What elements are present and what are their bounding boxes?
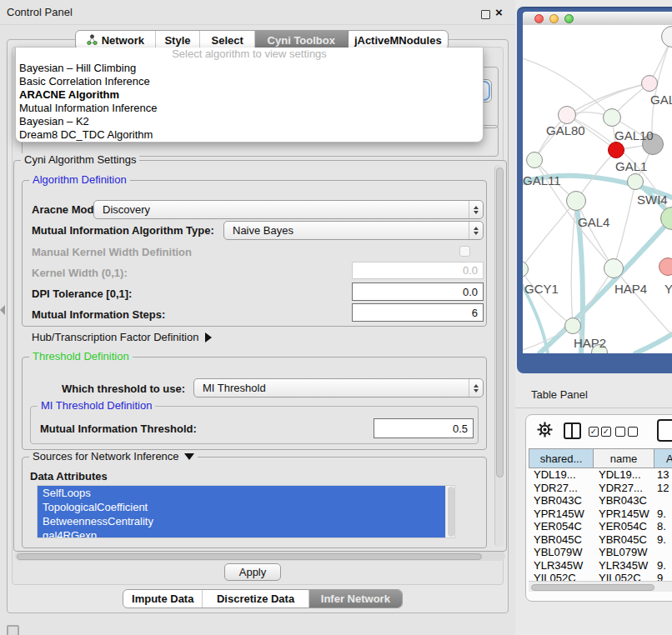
table-hscrollbar-thumb[interactable] <box>531 584 654 591</box>
zoom-traffic-light-icon[interactable] <box>564 14 574 23</box>
attribute-item-selected[interactable]: TopologicalCoefficient <box>38 500 447 514</box>
dropdown-item-selected[interactable]: ARACNE Algorithm <box>16 88 483 102</box>
table-cell[interactable]: YBR045C <box>599 533 647 546</box>
deselect-all-icon[interactable] <box>615 427 625 437</box>
hub-definition-toggle[interactable]: Hub/Transcription Factor Definition <box>32 331 212 343</box>
dropdown-item[interactable]: Dream8 DC_TDC Algorithm <box>16 128 483 142</box>
settings-scrollbar-thumb[interactable] <box>496 168 504 478</box>
table-cell[interactable]: YBR045C <box>534 533 582 546</box>
select-all-check-icon[interactable]: ✓ <box>589 427 599 437</box>
attribute-item-selected[interactable]: SelfLoops <box>38 486 447 500</box>
dpi-tolerance-input[interactable]: 0.0 <box>352 282 484 301</box>
column-header-clipped[interactable]: A <box>654 449 672 468</box>
table-cell[interactable]: YPR145W <box>534 508 584 520</box>
tab-cyni-toolbox[interactable]: Cyni Toolbox <box>255 31 349 49</box>
tab-style[interactable]: Style <box>156 31 201 49</box>
splitpane-collapse-icon[interactable] <box>0 305 5 315</box>
table-row[interactable]: YBR045CYBR045C9. <box>529 533 672 547</box>
mi-steps-input[interactable]: 6 <box>352 303 484 322</box>
hub-definition-label: Hub/Transcription Factor Definition <box>32 331 198 343</box>
network-node-swi4[interactable] <box>627 173 644 190</box>
which-threshold-select[interactable]: MI Threshold <box>193 378 484 398</box>
network-node-gal10[interactable] <box>603 108 621 127</box>
settings-hscrollbar-thumb[interactable] <box>17 553 482 560</box>
network-window-titlebar[interactable] <box>523 12 672 25</box>
table-hscrollbar[interactable] <box>529 581 672 592</box>
attribute-item-selected[interactable]: BetweennessCentrality <box>38 514 447 528</box>
minimize-traffic-light-icon[interactable] <box>549 14 559 23</box>
network-node-gal[interactable] <box>641 75 658 92</box>
data-attributes-list[interactable]: SelfLoops TopologicalCoefficient Between… <box>37 485 455 538</box>
table-cell[interactable]: YER054C <box>534 520 582 532</box>
tab-infer-network[interactable]: Infer Network <box>309 590 402 608</box>
table-cell[interactable]: 9. <box>657 533 666 546</box>
column-header-name[interactable]: name <box>594 449 654 468</box>
table-row[interactable]: YDR27...YDR27...12 <box>529 482 672 495</box>
table-row[interactable]: YER054CYER054C8. <box>529 520 672 533</box>
table-cell[interactable]: YIL052C <box>534 572 576 581</box>
table-row[interactable]: YIL052CYIL052C9 <box>529 572 672 581</box>
table-cell[interactable]: 13 <box>657 468 669 481</box>
dropdown-item[interactable]: Bayesian – K2 <box>16 115 483 128</box>
attribute-list-scrollbar-thumb[interactable] <box>448 487 454 537</box>
dropdown-item[interactable]: Basic Correlation Inference <box>16 75 483 88</box>
table-cell[interactable]: YPR145W <box>599 508 649 520</box>
table-row[interactable]: YLR345WYLR345W9. <box>529 559 672 572</box>
table-row[interactable]: YBR043CYBR043C <box>529 494 672 508</box>
table-cell[interactable]: 9. <box>657 559 666 572</box>
aracne-mode-select[interactable]: Discovery <box>93 200 484 219</box>
table-cell[interactable]: YIL052C <box>599 572 641 581</box>
table-cell[interactable]: YBL079W <box>534 546 583 558</box>
table-cell[interactable]: 9 <box>657 572 663 581</box>
settings-hscrollbar[interactable] <box>15 552 505 561</box>
table-function-icon[interactable] <box>657 419 672 442</box>
table-cell[interactable]: 12 <box>657 482 669 494</box>
table-cell[interactable]: YER054C <box>599 520 647 532</box>
sources-group-title[interactable]: Sources for Network Inference <box>29 450 198 462</box>
table-cell[interactable]: YDL19... <box>534 468 576 481</box>
attribute-item-selected[interactable]: gal4RGexp <box>38 528 447 538</box>
tab-select[interactable]: Select <box>200 31 255 49</box>
table-cell[interactable]: YDR27... <box>599 482 643 494</box>
table-cell[interactable]: YLR345W <box>599 559 648 572</box>
float-window-icon[interactable] <box>481 10 490 19</box>
table-cell[interactable]: YBR043C <box>534 494 582 507</box>
tab-network[interactable]: Network <box>76 31 156 49</box>
network-node-gal80[interactable] <box>558 106 576 124</box>
collapsed-panel-icon[interactable] <box>7 625 19 635</box>
mi-type-select[interactable]: Naive Bayes <box>223 221 484 240</box>
table-row[interactable]: YBL079WYBL079W <box>529 546 672 559</box>
table-cell[interactable]: YDL19... <box>599 468 641 481</box>
apply-button[interactable]: Apply <box>224 563 281 581</box>
dropdown-item[interactable]: Mutual Information Inference <box>16 102 483 115</box>
dropdown-item[interactable]: Bayesian – Hill Climbing <box>16 62 483 75</box>
mi-threshold-input[interactable]: 0.5 <box>374 418 474 438</box>
tab-impute-data[interactable]: Impute Data <box>123 590 203 608</box>
network-node-y[interactable] <box>659 258 672 276</box>
deselect-all-icon[interactable] <box>628 427 638 437</box>
table-cell[interactable]: YBL079W <box>599 546 648 558</box>
tab-discretize-data[interactable]: Discretize Data <box>203 590 308 608</box>
network-node-gal11[interactable] <box>526 152 543 168</box>
table-row[interactable]: YPR145WYPR145W9. <box>529 508 672 521</box>
attribute-list-scrollbar[interactable] <box>445 486 454 538</box>
table-cell[interactable]: YBR043C <box>599 494 647 507</box>
network-canvas[interactable]: GAL GAL80 GAL10 GAL1 GAL11 SWI4 GAL4 GCY… <box>523 25 672 353</box>
network-node-gal1-highlighted[interactable] <box>608 142 624 158</box>
settings-scrollbar[interactable] <box>494 165 504 547</box>
network-node-hap4[interactable] <box>604 258 624 278</box>
tab-jactivemnodules[interactable]: jActiveMNodules <box>349 31 448 49</box>
gear-icon[interactable] <box>537 422 553 441</box>
close-traffic-light-icon[interactable] <box>534 14 544 23</box>
close-icon[interactable]: × <box>495 5 503 19</box>
table-cell[interactable]: 9. <box>657 508 666 520</box>
table-cell[interactable]: 8. <box>657 520 666 532</box>
table-row[interactable]: YDL19...YDL19...13 <box>529 468 672 482</box>
table-cell[interactable]: YLR345W <box>534 559 583 572</box>
column-header-shared-name[interactable]: shared... <box>529 449 594 468</box>
network-node-gal4[interactable] <box>566 191 586 211</box>
show-columns-icon[interactable] <box>564 422 581 439</box>
network-node-hap2[interactable] <box>564 318 581 334</box>
select-all-check-icon[interactable]: ✓ <box>601 427 611 437</box>
table-cell[interactable]: YDR27... <box>534 482 578 494</box>
